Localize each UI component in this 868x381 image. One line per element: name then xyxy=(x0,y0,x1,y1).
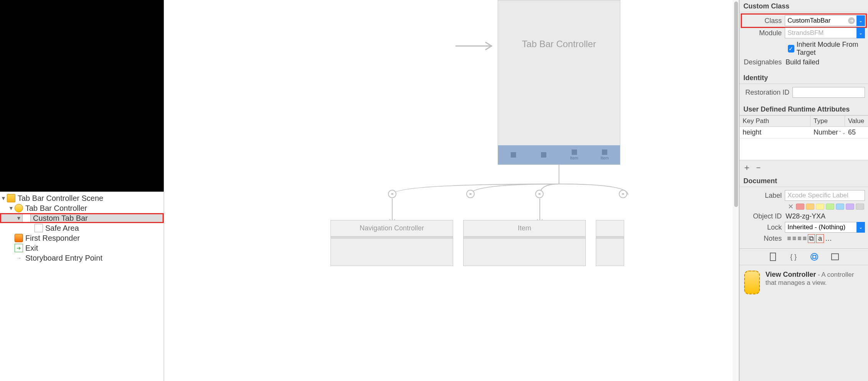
document-outline: ▼Tab Bar Controller Scene▼Tab Bar Contro… xyxy=(0,0,164,381)
tree-row[interactable]: First Responder xyxy=(0,233,164,243)
first-responder-icon xyxy=(15,234,23,242)
tree-row-label: Exit xyxy=(25,244,38,253)
media-library-tab[interactable] xyxy=(830,252,840,262)
canvas-scrollbar[interactable] xyxy=(733,0,739,381)
lock-select[interactable] xyxy=(785,222,865,233)
notes-label: Notes xyxy=(743,235,785,243)
designables-label: Designables xyxy=(743,58,785,66)
tree-row[interactable]: →Storyboard Entry Point xyxy=(0,253,164,263)
tree-row[interactable]: Safe Area xyxy=(0,223,164,233)
label-color-chip[interactable] xyxy=(826,204,834,210)
segue-node[interactable]: ⚭ xyxy=(466,190,475,198)
tree-row-label: Storyboard Entry Point xyxy=(25,254,102,263)
safearea-icon xyxy=(35,224,43,232)
tab-bar-item[interactable]: Item xyxy=(590,145,620,164)
inherit-module-checkbox[interactable]: ✓ xyxy=(788,45,794,53)
lock-label: Lock xyxy=(743,223,785,232)
more-icon[interactable]: … xyxy=(825,235,832,243)
file-template-tab[interactable] xyxy=(768,252,778,262)
align-justify-icon[interactable]: ≡ xyxy=(803,235,807,243)
tab-bar-item[interactable] xyxy=(498,145,529,164)
disclosure-triangle-icon[interactable]: ▼ xyxy=(16,215,21,221)
child-controller-card[interactable] xyxy=(596,220,624,266)
label-color-chip[interactable] xyxy=(796,204,804,210)
label-color-chip[interactable] xyxy=(856,204,864,210)
align-right-icon[interactable]: ≡ xyxy=(797,235,802,243)
tab-bar[interactable]: ItemItem xyxy=(498,145,620,164)
tabbar-icon xyxy=(22,214,31,222)
svg-point-4 xyxy=(811,253,818,260)
module-dropdown-arrow[interactable]: ⌄ xyxy=(856,28,865,38)
svg-rect-5 xyxy=(813,255,816,258)
align-center-icon[interactable]: ≡ xyxy=(792,235,797,243)
notes-toolbar[interactable]: ≡ ≡ ≡ ≡ ⧉ a … xyxy=(785,234,865,243)
align-left-icon[interactable]: ≡ xyxy=(787,235,791,243)
font-icon[interactable]: a xyxy=(816,234,824,243)
label-color-chip[interactable] xyxy=(846,204,854,210)
segue-node[interactable]: ⚭ xyxy=(388,190,396,198)
tab-item-icon xyxy=(541,152,546,158)
child-controller-card[interactable]: Navigation Controller xyxy=(330,220,453,266)
svg-rect-6 xyxy=(832,254,838,260)
view-controller-icon xyxy=(744,271,760,294)
tab-bar-item[interactable] xyxy=(529,145,559,164)
disclosure-triangle-icon[interactable]: ▼ xyxy=(1,195,6,201)
identity-inspector: Custom Class Class ➜ ⌄ Module ⌄ ✓ Inheri… xyxy=(739,0,868,381)
restoration-id-input[interactable] xyxy=(792,87,865,98)
image-icon[interactable]: ⧉ xyxy=(808,234,815,243)
section-document: Document xyxy=(740,175,868,187)
card-title: Item xyxy=(464,220,585,236)
object-library-tab[interactable] xyxy=(809,252,819,262)
library-tab-bar: { } xyxy=(740,248,868,265)
attr-type[interactable]: Number xyxy=(814,128,838,136)
tree-row-label: Tab Bar Controller Scene xyxy=(18,194,103,203)
library-item[interactable]: View Controller - A controller that mana… xyxy=(740,265,868,300)
label-color-chip[interactable] xyxy=(836,204,844,210)
doc-label-input[interactable] xyxy=(785,190,865,201)
label-color-chip[interactable] xyxy=(816,204,824,210)
section-custom-class: Custom Class xyxy=(740,0,868,12)
tabbar-controller-scene[interactable]: Tab Bar Controller ItemItem xyxy=(498,0,620,165)
inherit-module-label: Inherit Module From Target xyxy=(797,41,865,57)
module-input[interactable] xyxy=(785,28,865,38)
runtime-attrs-header: Key Path Type Value xyxy=(740,115,868,127)
attr-value[interactable]: 65 xyxy=(845,127,868,138)
tree-row[interactable]: ➜Exit xyxy=(0,243,164,253)
runtime-attr-row[interactable]: height Number⌃⌄ 65 xyxy=(740,127,868,138)
object-id-value: W28-zg-YXA xyxy=(785,212,825,220)
class-dropdown-arrow[interactable]: ⌄ xyxy=(856,15,865,26)
tab-item-icon xyxy=(572,149,577,155)
storyboard-canvas[interactable]: Tab Bar Controller ItemItem ⚭ ⚭ ⚭ ⚭ Navi… xyxy=(164,0,739,381)
tab-item-label: Item xyxy=(570,156,578,160)
exit-icon: ➜ xyxy=(15,244,23,252)
tree-row[interactable]: ▼Tab Bar Controller xyxy=(0,203,164,213)
module-label: Module xyxy=(743,29,785,37)
child-controller-card[interactable]: Item xyxy=(463,220,586,266)
add-attr-button[interactable]: ＋ xyxy=(743,162,751,173)
tab-item-label: Item xyxy=(601,156,609,160)
tree-row[interactable]: ▼Custom Tab Bar xyxy=(0,213,164,223)
segue-node[interactable]: ⚭ xyxy=(535,190,544,198)
attr-keypath[interactable]: height xyxy=(740,127,810,138)
segue-node[interactable]: ⚭ xyxy=(619,190,627,198)
tab-item-icon xyxy=(602,149,607,155)
tree-row[interactable]: ▼Tab Bar Controller Scene xyxy=(0,193,164,203)
object-id-label: Object ID xyxy=(743,212,785,220)
class-label: Class xyxy=(743,17,785,25)
scroll-thumb[interactable] xyxy=(734,2,738,207)
restoration-id-label: Restoration ID xyxy=(743,89,792,97)
library-item-title: View Controller xyxy=(765,271,816,278)
tree-row-label: Tab Bar Controller xyxy=(25,204,87,213)
tree-row-label: First Responder xyxy=(25,234,80,243)
scene-tree[interactable]: ▼Tab Bar Controller Scene▼Tab Bar Contro… xyxy=(0,192,164,381)
class-field-row: Class ➜ ⌄ xyxy=(743,15,865,26)
code-snippet-tab[interactable]: { } xyxy=(789,252,799,262)
lock-dropdown-arrow[interactable]: ⌄ xyxy=(856,222,865,233)
tab-bar-item[interactable]: Item xyxy=(559,145,590,164)
remove-attr-button[interactable]: － xyxy=(754,162,763,173)
clear-icon[interactable]: ➜ xyxy=(848,17,855,24)
tree-row-label: Safe Area xyxy=(45,224,79,233)
disclosure-triangle-icon[interactable]: ▼ xyxy=(8,205,14,211)
clear-color-icon[interactable]: ✕ xyxy=(788,202,794,211)
label-color-chip[interactable] xyxy=(806,204,814,210)
